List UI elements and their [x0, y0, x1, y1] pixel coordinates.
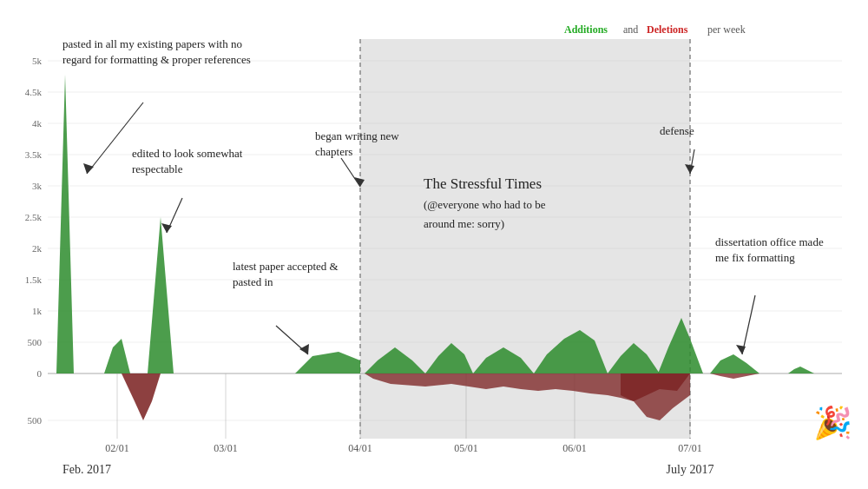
svg-text:1k: 1k	[32, 306, 43, 316]
svg-text:07/01: 07/01	[678, 442, 701, 454]
svg-line-66	[341, 158, 360, 187]
chart-container: 5k 4.5k 4k 3.5k 3k 2.5k 2k 1.5k 1k 500 0…	[0, 0, 868, 489]
svg-text:3k: 3k	[32, 181, 43, 191]
annotation-pasted-papers: pasted in all my existing papers with no…	[62, 36, 262, 68]
svg-text:500: 500	[28, 337, 43, 347]
svg-text:Feb. 2017: Feb. 2017	[62, 463, 111, 476]
svg-text:2k: 2k	[32, 243, 43, 254]
svg-text:Additions: Additions	[564, 23, 608, 36]
svg-text:4.5k: 4.5k	[25, 87, 43, 97]
svg-text:0: 0	[37, 368, 43, 379]
annotation-edited-look: edited to look somewhat respectable	[132, 146, 279, 177]
svg-text:Deletions: Deletions	[647, 23, 688, 36]
svg-text:06/01: 06/01	[562, 442, 586, 454]
svg-text:per week: per week	[707, 23, 746, 36]
svg-text:05/01: 05/01	[454, 442, 477, 454]
svg-text:and: and	[623, 23, 638, 36]
svg-line-70	[742, 295, 755, 354]
svg-text:July 2017: July 2017	[667, 463, 714, 476]
svg-marker-43	[295, 352, 360, 373]
party-popper-emoji: 🎉	[813, 405, 852, 441]
svg-text:3.5k: 3.5k	[25, 149, 43, 160]
svg-text:04/01: 04/01	[348, 442, 372, 454]
annotation-stressful-times: The Stressful Times (@everyone who had t…	[424, 174, 623, 234]
svg-marker-55	[710, 373, 760, 379]
svg-marker-65	[299, 344, 309, 354]
svg-text:03/01: 03/01	[214, 442, 237, 454]
svg-marker-42	[139, 217, 187, 373]
svg-text:02/01: 02/01	[105, 442, 128, 454]
svg-text:500: 500	[28, 415, 43, 426]
svg-text:1.5k: 1.5k	[25, 274, 43, 285]
svg-marker-52	[108, 373, 161, 420]
svg-marker-40	[48, 75, 82, 373]
svg-marker-50	[710, 354, 760, 373]
annotation-latest-paper: latest paper accepted & pasted in	[233, 259, 367, 290]
annotation-defense: defense	[660, 123, 746, 139]
svg-text:5k: 5k	[32, 56, 43, 66]
svg-marker-51	[788, 367, 814, 373]
annotation-began-writing: began writing new chapters	[315, 129, 428, 160]
svg-marker-41	[104, 339, 130, 373]
annotation-dissertation: dissertation office made me fix formatti…	[715, 235, 828, 266]
svg-text:2.5k: 2.5k	[25, 212, 43, 222]
svg-text:4k: 4k	[32, 118, 43, 129]
